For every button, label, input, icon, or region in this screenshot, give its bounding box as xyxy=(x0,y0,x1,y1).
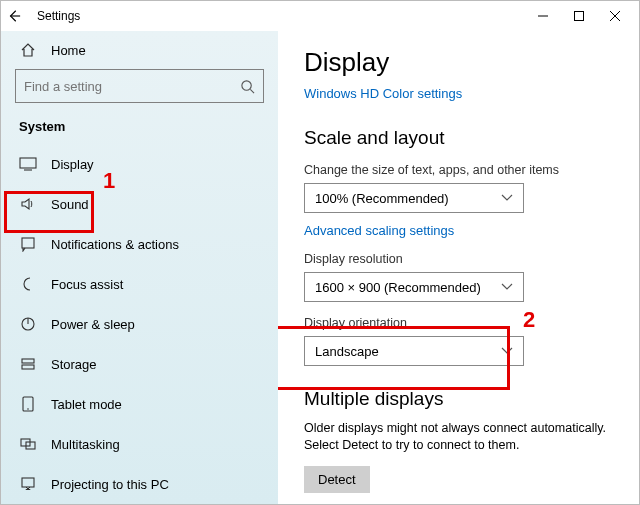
multiple-displays-text: Older displays might not always connect … xyxy=(304,420,621,454)
svg-rect-7 xyxy=(20,158,36,168)
multiple-displays-heading: Multiple displays xyxy=(304,388,621,410)
maximize-button[interactable] xyxy=(561,2,597,30)
sidebar-item-label: Tablet mode xyxy=(51,397,122,412)
home-icon xyxy=(19,42,37,58)
arrow-left-icon xyxy=(7,9,21,23)
sidebar-item-storage[interactable]: Storage xyxy=(1,344,278,384)
sidebar: Home System Display Sound xyxy=(1,31,278,504)
sidebar-item-label: Power & sleep xyxy=(51,317,135,332)
detect-button[interactable]: Detect xyxy=(304,466,370,493)
svg-point-5 xyxy=(242,80,251,89)
main-content: Display Windows HD Color settings Scale … xyxy=(278,31,639,504)
text-size-combo[interactable]: 100% (Recommended) xyxy=(304,183,524,213)
scale-layout-heading: Scale and layout xyxy=(304,127,621,149)
search-field[interactable] xyxy=(24,79,224,94)
svg-rect-18 xyxy=(22,478,34,487)
minimize-button[interactable] xyxy=(525,2,561,30)
chevron-down-icon xyxy=(501,283,513,291)
notifications-icon xyxy=(19,236,37,252)
orientation-label: Display orientation xyxy=(304,316,621,330)
text-size-value: 100% (Recommended) xyxy=(315,191,449,206)
sidebar-item-focus-assist[interactable]: Focus assist xyxy=(1,264,278,304)
sidebar-item-display[interactable]: Display xyxy=(1,144,278,184)
sidebar-item-label: Focus assist xyxy=(51,277,123,292)
home-button[interactable]: Home xyxy=(1,37,278,63)
maximize-icon xyxy=(574,11,584,21)
section-system-label: System xyxy=(1,115,278,144)
chevron-down-icon xyxy=(501,347,513,355)
home-label: Home xyxy=(51,43,86,58)
sidebar-item-tablet-mode[interactable]: Tablet mode xyxy=(1,384,278,424)
multitasking-icon xyxy=(19,436,37,452)
svg-rect-12 xyxy=(22,359,34,363)
orientation-value: Landscape xyxy=(315,344,379,359)
svg-line-6 xyxy=(250,89,254,93)
storage-icon xyxy=(19,356,37,372)
svg-rect-2 xyxy=(575,12,584,21)
back-button[interactable] xyxy=(7,9,27,23)
display-icon xyxy=(19,157,37,171)
svg-rect-13 xyxy=(22,365,34,369)
search-icon xyxy=(240,79,255,94)
svg-point-15 xyxy=(27,408,29,410)
detect-label: Detect xyxy=(318,472,356,487)
resolution-value: 1600 × 900 (Recommended) xyxy=(315,280,481,295)
search-input[interactable] xyxy=(15,69,264,103)
titlebar: Settings xyxy=(1,1,639,31)
sound-icon xyxy=(19,196,37,212)
close-icon xyxy=(610,11,620,21)
sidebar-item-label: Display xyxy=(51,157,94,172)
sidebar-item-label: Projecting to this PC xyxy=(51,477,169,492)
projecting-icon xyxy=(19,476,37,492)
minimize-icon xyxy=(538,11,548,21)
sidebar-item-label: Notifications & actions xyxy=(51,237,179,252)
settings-window: Settings Home System xyxy=(0,0,640,505)
sidebar-item-multitasking[interactable]: Multitasking xyxy=(1,424,278,464)
hd-color-link[interactable]: Windows HD Color settings xyxy=(304,86,621,101)
resolution-label: Display resolution xyxy=(304,252,621,266)
chevron-down-icon xyxy=(501,194,513,202)
moon-icon xyxy=(19,276,37,292)
advanced-scaling-link[interactable]: Advanced scaling settings xyxy=(304,223,621,238)
close-button[interactable] xyxy=(597,2,633,30)
sidebar-item-label: Multitasking xyxy=(51,437,120,452)
svg-rect-9 xyxy=(22,238,34,248)
sidebar-item-sound[interactable]: Sound xyxy=(1,184,278,224)
sidebar-item-label: Sound xyxy=(51,197,89,212)
window-title: Settings xyxy=(37,9,80,23)
sidebar-item-label: Storage xyxy=(51,357,97,372)
power-icon xyxy=(19,316,37,332)
sidebar-item-power-sleep[interactable]: Power & sleep xyxy=(1,304,278,344)
sidebar-item-notifications[interactable]: Notifications & actions xyxy=(1,224,278,264)
resolution-combo[interactable]: 1600 × 900 (Recommended) xyxy=(304,272,524,302)
orientation-combo[interactable]: Landscape xyxy=(304,336,524,366)
nav-list: Display Sound Notifications & actions Fo… xyxy=(1,144,278,504)
page-title: Display xyxy=(304,47,621,78)
tablet-icon xyxy=(19,396,37,412)
sidebar-item-projecting[interactable]: Projecting to this PC xyxy=(1,464,278,504)
text-size-label: Change the size of text, apps, and other… xyxy=(304,163,621,177)
